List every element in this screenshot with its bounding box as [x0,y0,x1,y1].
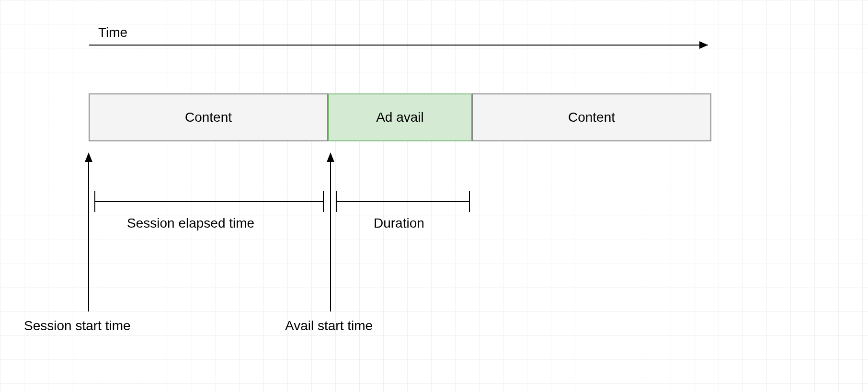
session-elapsed-label: Session elapsed time [127,216,254,231]
avail-start-label: Avail start time [285,318,373,334]
time-axis-label: Time [98,25,127,40]
content-block-1: Content [89,93,328,141]
content-block-2: Content [472,93,711,141]
session-start-label: Session start time [24,318,131,334]
diagram-layer: Time Content Ad avail Content Session el… [0,0,868,392]
ad-avail-block: Ad avail [328,93,472,141]
content-block-2-label: Content [568,110,615,125]
ad-avail-block-label: Ad avail [376,110,424,125]
duration-label: Duration [374,216,424,231]
content-block-1-label: Content [185,110,232,125]
